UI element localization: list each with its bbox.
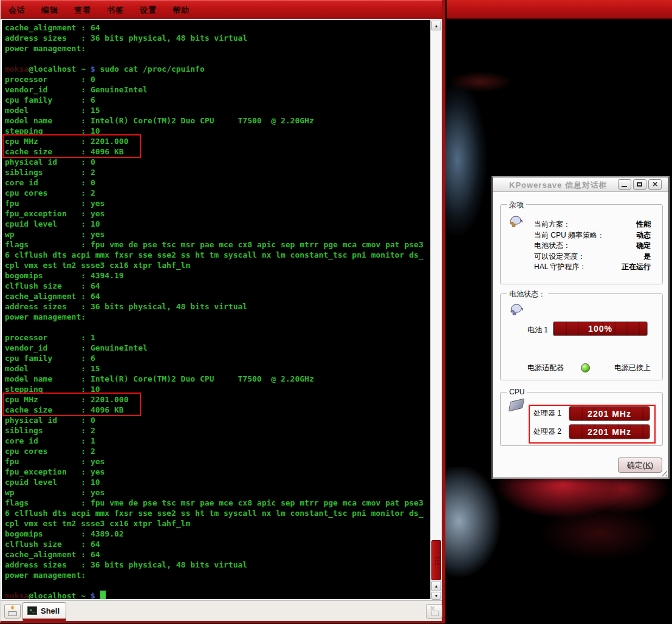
new-session-button[interactable]: ✷: [4, 604, 21, 619]
terminal-line: flags : fpu vme de pse tsc msr pae mce c…: [5, 239, 431, 250]
cpu-freq-bar: 2201 MHz: [569, 406, 650, 421]
terminal-line: clflush size : 64: [5, 281, 431, 291]
menu-session[interactable]: 会话: [1, 5, 33, 16]
battery-percent: 100%: [554, 322, 647, 335]
menu-edit[interactable]: 编辑: [33, 5, 66, 16]
terminal-line: siblings : 2: [5, 425, 431, 436]
terminal-line: [5, 580, 431, 591]
minimize-button[interactable]: [618, 179, 631, 190]
ok-button-label: 确定(K): [627, 460, 653, 471]
processor-label: 处理器 2: [533, 427, 569, 437]
terminal-line: 6 clflush dts acpi mmx fxsr sse sse2 ss …: [5, 508, 431, 518]
terminal-line: core id : 0: [5, 177, 431, 188]
terminal-line: cpu MHz : 2201.000: [5, 136, 431, 146]
close-session-icon: ✕: [430, 607, 439, 615]
terminal-line: [5, 322, 431, 332]
menu-help[interactable]: 帮助: [165, 5, 197, 16]
misc-row-label: 电池状态：: [534, 241, 571, 252]
scrollbar-thumb[interactable]: [431, 540, 441, 580]
processor-label: 处理器 1: [533, 408, 569, 419]
close-session-button[interactable]: ✕: [426, 604, 442, 619]
cpu-groupbox: CPU 处理器 1 2201 MHz 处理器 2 2201 MHz: [500, 392, 663, 446]
terminal-line: moksa@localhost ~ $: [5, 591, 431, 599]
menu-view[interactable]: 查看: [66, 5, 99, 16]
misc-row-value: 正在运行: [622, 262, 651, 273]
minimize-icon: [622, 186, 627, 187]
menu-bar: 会话 编辑 查看 书签 设置 帮助: [1, 0, 442, 19]
close-button[interactable]: ✕: [648, 179, 662, 190]
terminal-line: cache_alignment : 64: [5, 549, 431, 560]
terminal-line: fpu : yes: [5, 456, 431, 467]
ok-button[interactable]: 确定(K): [618, 458, 662, 473]
terminal-line: power management:: [5, 570, 431, 580]
terminal-line: model : 15: [5, 363, 431, 374]
terminal-line: 6 clflush dts acpi mmx fxsr sse sse2 ss …: [5, 250, 431, 260]
processor-row: 处理器 2 2201 MHz: [533, 424, 657, 439]
terminal-line: cpu cores : 2: [5, 188, 431, 198]
terminal-frame: cache_alignment : 64address sizes : 36 b…: [1, 19, 442, 600]
terminal-line: cpu family : 6: [5, 95, 431, 105]
cpu-freq-bar: 2201 MHz: [569, 424, 650, 439]
processor-row: 处理器 1 2201 MHz: [533, 406, 657, 421]
misc-row-value: 动态: [636, 230, 651, 241]
misc-groupbox: 杂项 当前方案： 性能 当前 CPU 频率策略： 动态 电池状态： 确定: [500, 204, 663, 284]
terminal-line: cpuid level : 10: [5, 477, 431, 487]
terminal-line: cpu family : 6: [5, 353, 431, 363]
misc-row: 电池状态： 确定: [534, 241, 651, 252]
wallpaper-red-smudge: [447, 68, 532, 95]
terminal-line: bogomips : 4394.19: [5, 270, 431, 281]
terminal-line: cache_alignment : 64: [5, 291, 431, 301]
misc-row-value: 确定: [636, 241, 651, 252]
terminal-line: cpu MHz : 2201.000: [5, 394, 431, 405]
green-led-icon: [581, 363, 590, 372]
maximize-icon: [637, 182, 642, 187]
scrollbar-up-bottom-icon[interactable]: ▲: [431, 581, 441, 591]
terminal-line: model name : Intel(R) Core(TM)2 Duo CPU …: [5, 115, 431, 126]
terminal-line: moksa@localhost ~ $ sudo cat /proc/cpuin…: [5, 64, 431, 74]
misc-row-label: HAL 守护程序：: [534, 262, 586, 273]
terminal-line: stepping : 10: [5, 384, 431, 394]
terminal-output[interactable]: cache_alignment : 64address sizes : 36 b…: [2, 20, 431, 599]
misc-row: 可以设定亮度： 是: [534, 252, 651, 262]
terminal-line: bogomips : 4389.02: [5, 529, 431, 539]
cpu-freq-value: 2201 MHz: [569, 406, 650, 420]
tab-shell[interactable]: »_ Shell: [22, 602, 66, 619]
wallpaper-red-cloth: [445, 467, 672, 588]
terminal-line: cache size : 4096 KB: [5, 146, 431, 157]
misc-row-label: 当前方案：: [534, 219, 571, 230]
misc-row: 当前 CPU 频率策略： 动态: [534, 230, 651, 241]
misc-row-value: 是: [643, 252, 651, 262]
misc-row-label: 当前 CPU 频率策略：: [534, 230, 605, 241]
terminal-line: stepping : 10: [5, 126, 431, 136]
terminal-line: fpu : yes: [5, 198, 431, 208]
adapter-label: 电源适配器: [527, 363, 581, 373]
konsole-window: 会话 编辑 查看 书签 设置 帮助 cache_alignment : 64ad…: [0, 0, 445, 623]
terminal-line: address sizes : 36 bits physical, 48 bit…: [5, 301, 431, 312]
terminal-line: wp : yes: [5, 487, 431, 498]
terminal-line: physical id : 0: [5, 157, 431, 167]
terminal-line: address sizes : 36 bits physical, 48 bit…: [5, 33, 431, 43]
battery-progressbar: 100%: [553, 321, 648, 336]
kpowersave-dialog: KPowersave 信息对话框 ✕ 杂项 当前方案： 性能 当前 CPU 频率…: [492, 177, 669, 478]
adapter-status: 电源已接上: [614, 363, 651, 373]
maximize-button[interactable]: [633, 179, 646, 190]
battery-group-label: 电池状态：: [507, 289, 548, 300]
terminal-line: [5, 53, 431, 64]
battery-groupbox: 电池状态： 电池 1 100% 电源适配器 电源已接上: [500, 293, 663, 380]
dialog-titlebar[interactable]: KPowersave 信息对话框 ✕: [493, 177, 668, 192]
menu-settings[interactable]: 设置: [132, 5, 165, 16]
close-icon: ✕: [649, 180, 661, 189]
terminal-line: processor : 0: [5, 74, 431, 84]
terminal-scrollbar[interactable]: ▲ ▲ ▼: [430, 20, 442, 599]
terminal-line: processor : 1: [5, 332, 431, 343]
terminal-line: cpl vmx est tm2 ssse3 cx16 xtpr lahf_lm: [5, 260, 431, 270]
terminal-line: cache_alignment : 64: [5, 22, 431, 33]
terminal-view[interactable]: cache_alignment : 64address sizes : 36 b…: [2, 20, 431, 599]
scrollbar-up-icon[interactable]: ▲: [431, 21, 441, 30]
terminal-line: core id : 1: [5, 436, 431, 446]
new-session-icon: ✷: [8, 606, 17, 615]
terminal-line: flags : fpu vme de pse tsc msr pae mce c…: [5, 498, 431, 508]
adapter-row: 电源适配器 电源已接上: [527, 363, 655, 373]
menu-bookmarks[interactable]: 书签: [99, 5, 132, 16]
scrollbar-down-icon[interactable]: ▼: [431, 592, 441, 600]
